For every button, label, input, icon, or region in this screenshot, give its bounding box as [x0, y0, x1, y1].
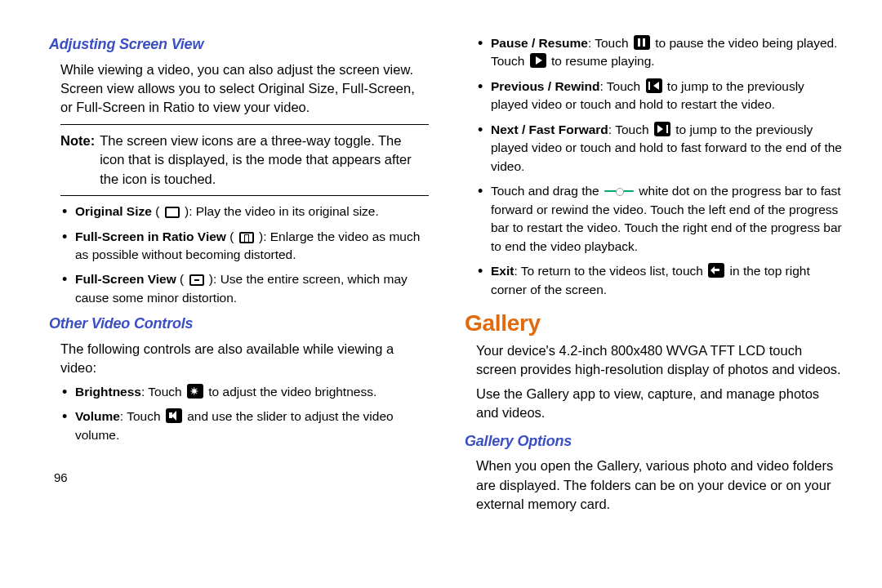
speaker-icon: [166, 408, 182, 423]
play-icon: [530, 53, 546, 68]
text-brightness: to adjust the video brightness.: [205, 385, 376, 399]
item-brightness: Brightness: Touch to adjust the video br…: [60, 383, 429, 401]
note-block: Note: The screen view icons are a three-…: [49, 131, 429, 189]
progress-bar-icon: [604, 185, 634, 197]
fullscreen-ratio-icon: [239, 232, 254, 243]
page-columns: Adjusting Screen View While viewing a vi…: [49, 34, 844, 541]
screen-view-list: Original Size ( ): Play the video in its…: [49, 203, 429, 307]
item-previous-rewind: Previous / Rewind: Touch to jump to the …: [476, 78, 844, 114]
fullscreen-icon: [189, 274, 204, 286]
item-next-ff: Next / Fast Forward: Touch to jump to th…: [476, 121, 844, 176]
item-progress-drag: Touch and drag the white dot on the prog…: [476, 182, 844, 256]
heading-gallery: Gallery: [465, 307, 844, 340]
label-fullscreen: Full-Screen View: [75, 272, 176, 286]
page-number: 96: [49, 469, 429, 486]
pause-icon: [634, 35, 650, 50]
divider-top: [60, 124, 429, 125]
heading-adjusting-screen-view: Adjusting Screen View: [49, 34, 429, 56]
para-gallery-options: When you open the Gallery, various photo…: [465, 457, 844, 514]
original-size-icon: [165, 207, 180, 218]
brightness-icon: [187, 384, 203, 399]
left-column: Adjusting Screen View While viewing a vi…: [49, 34, 429, 541]
item-fullscreen-ratio: Full-Screen in Ratio View ( ): Enlarge t…: [60, 228, 429, 265]
item-pause-resume: Pause / Resume: Touch to pause the video…: [476, 34, 844, 71]
item-fullscreen: Full-Screen View ( ): Use the entire scr…: [60, 270, 429, 307]
text-pause-resume: to resume playing.: [548, 54, 655, 68]
label-fullscreen-ratio: Full-Screen in Ratio View: [75, 229, 226, 243]
label-original-size: Original Size: [75, 204, 152, 218]
label-next-ff: Next / Fast Forward: [491, 122, 608, 136]
text-original-size: Play the video in its original size.: [196, 204, 379, 218]
para-gallery-1: Your device's 4.2-inch 800x480 WVGA TFT …: [465, 341, 844, 380]
label-brightness: Brightness: [75, 385, 141, 399]
item-exit: Exit: To return to the videos list, touc…: [476, 262, 844, 299]
note-label: Note:: [60, 131, 100, 189]
label-exit: Exit: [491, 264, 514, 278]
right-column: Pause / Resume: Touch to pause the video…: [465, 34, 844, 541]
exit-icon: [708, 263, 724, 278]
para-screen-view: While viewing a video, you can also adju…: [49, 60, 429, 118]
previous-icon: [646, 78, 662, 93]
label-volume: Volume: [75, 409, 120, 423]
note-body: The screen view icons are a three-way to…: [100, 131, 429, 189]
label-previous-rewind: Previous / Rewind: [491, 79, 600, 93]
heading-other-video-controls: Other Video Controls: [49, 314, 429, 335]
video-controls-list: Brightness: Touch to adjust the video br…: [49, 383, 429, 444]
playback-list: Pause / Resume: Touch to pause the video…: [465, 34, 844, 299]
heading-gallery-options: Gallery Options: [465, 431, 844, 452]
divider-bottom: [60, 195, 429, 196]
item-volume: Volume: Touch and use the slider to adju…: [60, 408, 429, 444]
para-gallery-2: Use the Gallery app to view, capture, an…: [465, 385, 844, 423]
next-icon: [654, 122, 670, 136]
item-original-size: Original Size ( ): Play the video in its…: [60, 203, 429, 220]
label-pause-resume: Pause / Resume: [491, 36, 588, 50]
para-other-controls: The following controls are also availabl…: [49, 340, 429, 378]
